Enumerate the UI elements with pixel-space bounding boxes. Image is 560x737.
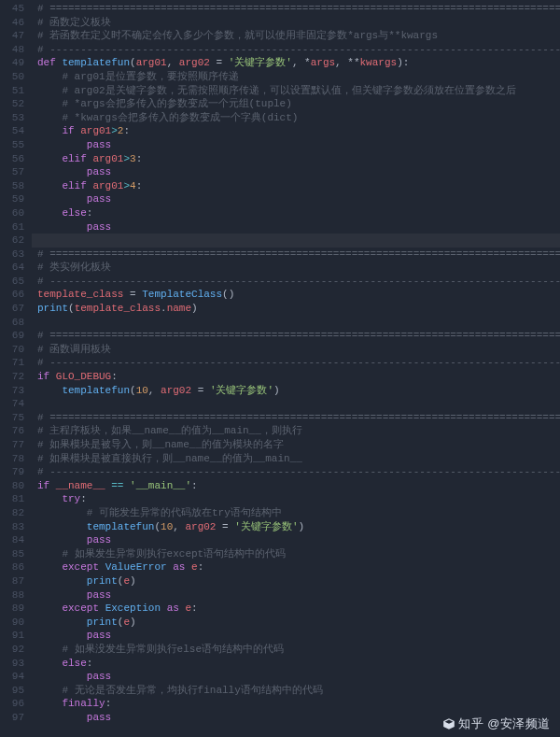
line-number: 50: [4, 70, 24, 84]
code-line[interactable]: def templatefun(arg01, arg02 = '关键字参数', …: [32, 56, 560, 70]
code-line[interactable]: pass: [32, 629, 560, 643]
code-line[interactable]: # 函数调用板块: [32, 343, 560, 357]
code-line[interactable]: pass: [32, 220, 560, 234]
code-line[interactable]: # ======================================…: [32, 329, 560, 343]
line-number: 88: [4, 588, 24, 602]
line-number: 76: [4, 424, 24, 438]
code-line[interactable]: # ======================================…: [32, 248, 560, 262]
code-line[interactable]: # ======================================…: [32, 2, 560, 16]
code-line[interactable]: # 如果模块是被直接执行，则__name__的值为__main__: [32, 452, 560, 466]
line-number: 90: [4, 616, 24, 630]
code-line[interactable]: # 可能发生异常的代码放在try语句结构中: [32, 506, 560, 520]
line-number: 91: [4, 629, 24, 643]
line-number: 52: [4, 97, 24, 111]
line-number: 95: [4, 684, 24, 698]
code-line[interactable]: # 如果发生异常则执行except语句结构中的代码: [32, 547, 560, 561]
line-number: 94: [4, 670, 24, 684]
line-number: 60: [4, 206, 24, 220]
code-line[interactable]: else:: [32, 657, 560, 671]
line-number: 79: [4, 465, 24, 479]
line-number: 57: [4, 165, 24, 179]
code-line[interactable]: [32, 316, 560, 330]
code-line[interactable]: [32, 234, 560, 248]
line-number: 78: [4, 452, 24, 466]
line-number: 69: [4, 329, 24, 343]
code-line[interactable]: # 如果没发生异常则执行else语句结构中的代码: [32, 643, 560, 657]
code-line[interactable]: print(template_class.name): [32, 302, 560, 316]
line-number: 53: [4, 111, 24, 125]
code-line[interactable]: # --------------------------------------…: [32, 275, 560, 289]
code-line[interactable]: else:: [32, 206, 560, 220]
line-number: 85: [4, 547, 24, 561]
line-number: 70: [4, 343, 24, 357]
line-number: 92: [4, 643, 24, 657]
code-line[interactable]: templatefun(10, arg02 = '关键字参数'): [32, 384, 560, 398]
code-line[interactable]: # 无论是否发生异常，均执行finally语句结构中的代码: [32, 684, 560, 698]
code-line[interactable]: elif arg01>4:: [32, 179, 560, 193]
code-line[interactable]: [32, 397, 560, 411]
code-line[interactable]: pass: [32, 670, 560, 684]
line-number: 97: [4, 711, 24, 725]
line-number: 77: [4, 438, 24, 452]
code-line[interactable]: # *kwargs会把多传入的参数变成一个字典(dict): [32, 111, 560, 125]
code-line[interactable]: # --------------------------------------…: [32, 465, 560, 479]
code-line[interactable]: if GLO_DEBUG:: [32, 370, 560, 384]
code-line[interactable]: # 类实例化板块: [32, 261, 560, 275]
code-line[interactable]: print(e): [32, 616, 560, 630]
code-line[interactable]: print(e): [32, 574, 560, 588]
code-line[interactable]: pass: [32, 138, 560, 152]
code-line[interactable]: # arg02是关键字参数，无需按照顺序传递，可以设置默认值，但关键字参数必须放…: [32, 84, 560, 98]
code-line[interactable]: # 若函数在定义时不确定会传入多少个参数，就可以使用非固定参数*args与**k…: [32, 29, 560, 43]
code-area[interactable]: # ======================================…: [32, 0, 560, 737]
code-line[interactable]: except Exception as e:: [32, 602, 560, 616]
line-number: 63: [4, 248, 24, 262]
code-line[interactable]: pass: [32, 192, 560, 206]
line-number: 93: [4, 657, 24, 671]
line-number: 47: [4, 29, 24, 43]
line-number: 58: [4, 179, 24, 193]
code-line[interactable]: templatefun(10, arg02 = '关键字参数'): [32, 520, 560, 534]
line-number: 74: [4, 397, 24, 411]
code-line[interactable]: pass: [32, 588, 560, 602]
line-number: 51: [4, 84, 24, 98]
code-line[interactable]: pass: [32, 165, 560, 179]
line-number: 75: [4, 411, 24, 425]
line-number: 84: [4, 533, 24, 547]
watermark-text: 知乎 @安泽频道: [458, 716, 551, 730]
code-line[interactable]: # 函数定义板块: [32, 16, 560, 30]
code-line[interactable]: # ======================================…: [32, 411, 560, 425]
line-number: 73: [4, 384, 24, 398]
code-line[interactable]: elif arg01>3:: [32, 152, 560, 166]
line-number: 81: [4, 492, 24, 506]
code-line[interactable]: finally:: [32, 697, 560, 711]
code-line[interactable]: pass: [32, 533, 560, 547]
line-number: 80: [4, 479, 24, 493]
line-number: 59: [4, 192, 24, 206]
line-number: 86: [4, 560, 24, 574]
code-line[interactable]: if __name__ == '__main__':: [32, 479, 560, 493]
line-number: 54: [4, 124, 24, 138]
code-line[interactable]: try:: [32, 492, 560, 506]
code-line[interactable]: template_class = TemplateClass(): [32, 288, 560, 302]
code-editor[interactable]: 4546474849505152535455565758596061626364…: [0, 0, 560, 737]
code-line[interactable]: # 如果模块是被导入，则__name__的值为模块的名字: [32, 438, 560, 452]
code-line[interactable]: except ValueError as e:: [32, 560, 560, 574]
code-line[interactable]: # 主程序板块，如果__name__的值为__main__，则执行: [32, 424, 560, 438]
line-number: 66: [4, 288, 24, 302]
code-line[interactable]: if arg01>2:: [32, 124, 560, 138]
code-line[interactable]: # arg01是位置参数，要按照顺序传递: [32, 70, 560, 84]
zhihu-icon: [442, 717, 455, 730]
line-number: 82: [4, 506, 24, 520]
code-line[interactable]: # --------------------------------------…: [32, 356, 560, 370]
line-number: 48: [4, 43, 24, 57]
line-number: 96: [4, 697, 24, 711]
line-number-gutter: 4546474849505152535455565758596061626364…: [0, 0, 32, 737]
line-number: 71: [4, 356, 24, 370]
line-number: 61: [4, 220, 24, 234]
code-line[interactable]: # *args会把多传入的参数变成一个元组(tuple): [32, 97, 560, 111]
code-line[interactable]: # --------------------------------------…: [32, 43, 560, 57]
line-number: 68: [4, 316, 24, 330]
line-number: 72: [4, 370, 24, 384]
line-number: 56: [4, 152, 24, 166]
line-number: 67: [4, 302, 24, 316]
